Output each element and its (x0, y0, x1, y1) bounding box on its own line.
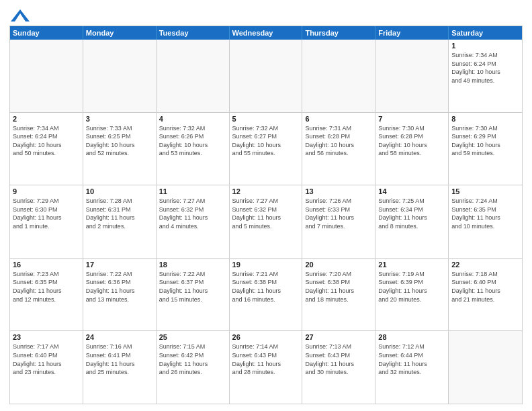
calendar-cell: 2Sunrise: 7:34 AM Sunset: 6:24 PM Daylig… (10, 113, 83, 185)
calendar-cell (449, 331, 522, 404)
day-number: 1 (451, 42, 519, 50)
calendar-cell: 17Sunrise: 7:22 AM Sunset: 6:36 PM Dayli… (83, 259, 157, 331)
calendar-cell: 26Sunrise: 7:14 AM Sunset: 6:43 PM Dayli… (230, 331, 303, 404)
calendar-cell (157, 40, 230, 112)
header-cell-sunday: Sunday (10, 26, 83, 40)
day-info: Sunrise: 7:14 AM Sunset: 6:43 PM Dayligh… (232, 342, 300, 376)
calendar-cell: 27Sunrise: 7:13 AM Sunset: 6:43 PM Dayli… (302, 331, 375, 404)
calendar-cell: 14Sunrise: 7:25 AM Sunset: 6:34 PM Dayli… (375, 185, 449, 258)
day-info: Sunrise: 7:21 AM Sunset: 6:38 PM Dayligh… (232, 270, 300, 304)
day-number: 8 (451, 115, 519, 123)
day-info: Sunrise: 7:15 AM Sunset: 6:42 PM Dayligh… (159, 342, 226, 376)
day-info: Sunrise: 7:18 AM Sunset: 6:40 PM Dayligh… (451, 270, 519, 304)
header-cell-tuesday: Tuesday (157, 26, 230, 40)
calendar-cell: 20Sunrise: 7:20 AM Sunset: 6:38 PM Dayli… (302, 259, 375, 331)
day-number: 13 (305, 187, 372, 195)
day-info: Sunrise: 7:30 AM Sunset: 6:28 PM Dayligh… (378, 124, 445, 158)
day-info: Sunrise: 7:29 AM Sunset: 6:30 PM Dayligh… (13, 197, 80, 230)
day-info: Sunrise: 7:31 AM Sunset: 6:28 PM Dayligh… (305, 124, 372, 158)
calendar-cell: 12Sunrise: 7:27 AM Sunset: 6:32 PM Dayli… (230, 185, 303, 258)
header-cell-monday: Monday (83, 26, 157, 40)
day-number: 20 (305, 261, 372, 269)
calendar-cell: 7Sunrise: 7:30 AM Sunset: 6:28 PM Daylig… (375, 113, 449, 185)
day-number: 9 (13, 187, 80, 195)
day-number: 3 (86, 115, 153, 123)
day-number: 11 (159, 187, 226, 195)
day-info: Sunrise: 7:23 AM Sunset: 6:35 PM Dayligh… (13, 270, 80, 304)
day-number: 23 (13, 333, 80, 341)
day-info: Sunrise: 7:33 AM Sunset: 6:25 PM Dayligh… (86, 124, 153, 158)
calendar-row-2: 9Sunrise: 7:29 AM Sunset: 6:30 PM Daylig… (10, 185, 522, 258)
header-cell-thursday: Thursday (302, 26, 375, 40)
logo-icon (11, 9, 30, 21)
calendar-cell: 16Sunrise: 7:23 AM Sunset: 6:35 PM Dayli… (10, 259, 83, 331)
logo (9, 9, 30, 21)
calendar-cell: 15Sunrise: 7:24 AM Sunset: 6:35 PM Dayli… (449, 185, 522, 258)
day-number: 25 (159, 333, 226, 341)
header-cell-wednesday: Wednesday (230, 26, 303, 40)
calendar-cell: 4Sunrise: 7:32 AM Sunset: 6:26 PM Daylig… (157, 113, 230, 185)
day-number: 26 (232, 333, 300, 341)
day-info: Sunrise: 7:27 AM Sunset: 6:32 PM Dayligh… (232, 197, 300, 230)
day-number: 18 (159, 261, 226, 269)
day-number: 10 (86, 187, 153, 195)
calendar-cell (10, 40, 83, 112)
calendar: SundayMondayTuesdayWednesdayThursdayFrid… (9, 26, 523, 404)
day-number: 19 (232, 261, 300, 269)
day-info: Sunrise: 7:32 AM Sunset: 6:26 PM Dayligh… (159, 124, 226, 158)
calendar-cell: 22Sunrise: 7:18 AM Sunset: 6:40 PM Dayli… (449, 259, 522, 331)
calendar-cell (230, 40, 303, 112)
calendar-cell (302, 40, 375, 112)
calendar-row-1: 2Sunrise: 7:34 AM Sunset: 6:24 PM Daylig… (10, 112, 522, 185)
calendar-cell: 18Sunrise: 7:22 AM Sunset: 6:37 PM Dayli… (157, 259, 230, 331)
day-info: Sunrise: 7:25 AM Sunset: 6:34 PM Dayligh… (378, 197, 445, 230)
day-number: 27 (305, 333, 372, 341)
calendar-body: 1Sunrise: 7:34 AM Sunset: 6:24 PM Daylig… (10, 40, 522, 404)
day-info: Sunrise: 7:28 AM Sunset: 6:31 PM Dayligh… (86, 197, 153, 230)
calendar-cell: 24Sunrise: 7:16 AM Sunset: 6:41 PM Dayli… (83, 331, 157, 404)
day-number: 22 (451, 261, 519, 269)
calendar-row-3: 16Sunrise: 7:23 AM Sunset: 6:35 PM Dayli… (10, 258, 522, 331)
calendar-header: SundayMondayTuesdayWednesdayThursdayFrid… (10, 26, 522, 40)
calendar-cell: 25Sunrise: 7:15 AM Sunset: 6:42 PM Dayli… (157, 331, 230, 404)
calendar-cell: 3Sunrise: 7:33 AM Sunset: 6:25 PM Daylig… (83, 113, 157, 185)
calendar-cell (375, 40, 449, 112)
calendar-cell: 5Sunrise: 7:32 AM Sunset: 6:27 PM Daylig… (230, 113, 303, 185)
day-info: Sunrise: 7:13 AM Sunset: 6:43 PM Dayligh… (305, 342, 372, 376)
calendar-row-0: 1Sunrise: 7:34 AM Sunset: 6:24 PM Daylig… (10, 40, 522, 112)
day-info: Sunrise: 7:30 AM Sunset: 6:29 PM Dayligh… (451, 124, 519, 158)
day-number: 21 (378, 261, 445, 269)
day-number: 28 (378, 333, 445, 341)
header-cell-friday: Friday (375, 26, 449, 40)
day-number: 4 (159, 115, 226, 123)
calendar-cell: 11Sunrise: 7:27 AM Sunset: 6:32 PM Dayli… (157, 185, 230, 258)
day-number: 6 (305, 115, 372, 123)
day-info: Sunrise: 7:17 AM Sunset: 6:40 PM Dayligh… (13, 342, 80, 376)
day-info: Sunrise: 7:26 AM Sunset: 6:33 PM Dayligh… (305, 197, 372, 230)
calendar-cell: 10Sunrise: 7:28 AM Sunset: 6:31 PM Dayli… (83, 185, 157, 258)
page: SundayMondayTuesdayWednesdayThursdayFrid… (0, 0, 532, 411)
day-info: Sunrise: 7:32 AM Sunset: 6:27 PM Dayligh… (232, 124, 300, 158)
day-info: Sunrise: 7:34 AM Sunset: 6:24 PM Dayligh… (13, 124, 80, 158)
day-number: 5 (232, 115, 300, 123)
day-info: Sunrise: 7:22 AM Sunset: 6:36 PM Dayligh… (86, 270, 153, 304)
calendar-cell: 13Sunrise: 7:26 AM Sunset: 6:33 PM Dayli… (302, 185, 375, 258)
calendar-cell (83, 40, 157, 112)
day-number: 7 (378, 115, 445, 123)
day-info: Sunrise: 7:16 AM Sunset: 6:41 PM Dayligh… (86, 342, 153, 376)
day-number: 24 (86, 333, 153, 341)
day-number: 2 (13, 115, 80, 123)
day-info: Sunrise: 7:12 AM Sunset: 6:44 PM Dayligh… (378, 342, 445, 376)
day-number: 17 (86, 261, 153, 269)
day-number: 15 (451, 187, 519, 195)
calendar-cell: 8Sunrise: 7:30 AM Sunset: 6:29 PM Daylig… (449, 113, 522, 185)
calendar-cell: 6Sunrise: 7:31 AM Sunset: 6:28 PM Daylig… (302, 113, 375, 185)
day-info: Sunrise: 7:34 AM Sunset: 6:24 PM Dayligh… (451, 51, 519, 85)
calendar-cell: 1Sunrise: 7:34 AM Sunset: 6:24 PM Daylig… (449, 40, 522, 112)
calendar-cell: 19Sunrise: 7:21 AM Sunset: 6:38 PM Dayli… (230, 259, 303, 331)
calendar-cell: 28Sunrise: 7:12 AM Sunset: 6:44 PM Dayli… (375, 331, 449, 404)
day-number: 16 (13, 261, 80, 269)
header-cell-saturday: Saturday (449, 26, 522, 40)
day-number: 14 (378, 187, 445, 195)
calendar-cell: 23Sunrise: 7:17 AM Sunset: 6:40 PM Dayli… (10, 331, 83, 404)
